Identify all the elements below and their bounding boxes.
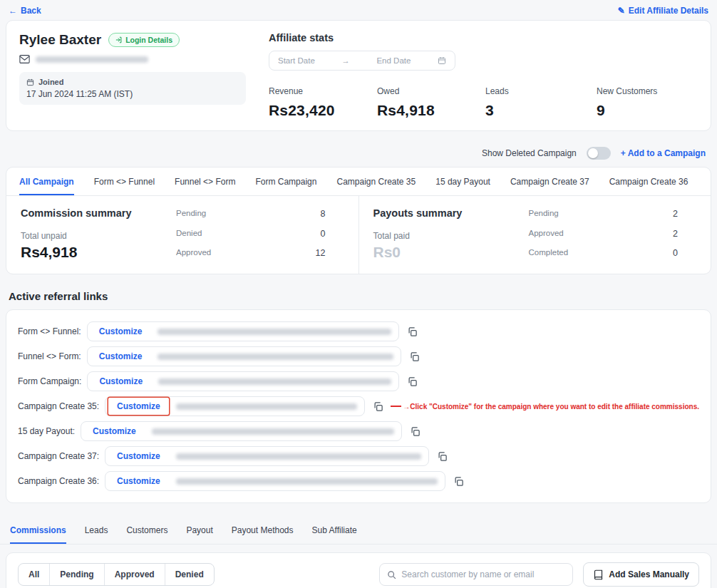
referral-url-redacted [176, 453, 421, 460]
campaign-actions-bar: Show Deleted Campaign + Add to a Campaig… [11, 147, 706, 160]
tab-customers[interactable]: Customers [126, 516, 167, 544]
filter-all-button[interactable]: All [19, 564, 49, 585]
tab-funnel-form[interactable]: Funnel <> Form [175, 167, 235, 195]
filter-denied-button[interactable]: Denied [165, 564, 214, 585]
commission-summary-title: Commission summary [21, 207, 170, 219]
copy-link-button[interactable] [406, 325, 419, 339]
customize-button[interactable]: Customize [91, 373, 151, 390]
tab-15-day-payout[interactable]: 15 day Payout [435, 167, 490, 195]
referral-link-row-highlighted: Campaign Create 35: Customize →Click "Cu… [18, 396, 699, 417]
back-label: Back [21, 6, 41, 16]
copy-link-button[interactable] [406, 375, 419, 388]
copy-icon [409, 351, 420, 362]
link-label: 15 day Payout: [18, 426, 75, 436]
customize-annotation: →Click "Customize" for the campaign wher… [403, 403, 699, 411]
referral-url-redacted [158, 329, 391, 335]
table-toolbar: All Pending Approved Denied Add Sales Ma… [6, 562, 711, 587]
copy-link-button[interactable] [408, 350, 421, 363]
referral-link-box: Customize [87, 371, 399, 391]
customize-button-highlighted[interactable]: Customize [108, 398, 169, 415]
referral-link-box: Customize [87, 321, 399, 341]
customize-button[interactable]: Customize [84, 423, 145, 440]
total-unpaid-label: Total unpaid [21, 231, 170, 241]
payout-completed-row: Completed 0 [529, 248, 679, 258]
back-link[interactable]: ← Back [9, 6, 41, 16]
tab-leads[interactable]: Leads [85, 516, 108, 544]
start-date-field[interactable]: Start Date [278, 56, 315, 65]
copy-link-button[interactable] [371, 400, 385, 413]
customize-button[interactable]: Customize [108, 448, 169, 465]
toggle-knob [588, 148, 598, 158]
copy-link-button[interactable] [435, 450, 449, 463]
link-label: Campaign Create 37: [18, 451, 99, 461]
edit-affiliate-details-link[interactable]: ✎ Edit Affiliate Details [618, 6, 708, 16]
link-label: Form Campaign: [18, 376, 81, 386]
referral-link-box: Customize [105, 396, 365, 416]
affiliate-email-redacted [36, 56, 148, 63]
customize-button[interactable]: Customize [108, 473, 169, 490]
referral-link-box: Customize [81, 421, 402, 441]
copy-icon [437, 451, 448, 462]
affiliate-name: Rylee Baxter [19, 32, 101, 48]
tab-commissions[interactable]: Commissions [10, 516, 66, 544]
joined-date: 17 Jun 2024 11:25 AM (IST) [26, 89, 239, 99]
filter-pending-button[interactable]: Pending [49, 564, 103, 585]
tab-payout-methods[interactable]: Payout Methods [232, 516, 294, 544]
referral-url-redacted [176, 478, 438, 485]
referral-link-row: Campaign Create 36: Customize [18, 470, 699, 492]
tab-campaign-create-35[interactable]: Campaign Create 35 [336, 167, 416, 195]
joined-info-box: Joined 17 Jun 2024 11:25 AM (IST) [19, 72, 246, 105]
link-label: Campaign Create 35: [18, 401, 99, 411]
joined-label: Joined [38, 78, 63, 86]
customize-button[interactable]: Customize [91, 323, 151, 340]
pencil-icon: ✎ [618, 6, 625, 16]
tab-sub-affiliate[interactable]: Sub Affiliate [311, 516, 356, 544]
affiliate-profile-card: Rylee Baxter Login Details Joined 17 Jun… [6, 20, 711, 131]
profile-section: Rylee Baxter Login Details Joined 17 Jun… [6, 21, 254, 130]
referral-links-card: Form <> Funnel: Customize Funnel <> Form… [6, 309, 711, 503]
search-input[interactable] [401, 569, 565, 579]
arrow-left-icon: ← [9, 6, 17, 16]
login-details-button[interactable]: Login Details [108, 33, 180, 47]
end-date-field[interactable]: End Date [376, 56, 411, 65]
affiliate-stats-section: Affiliate stats Start Date → End Date Re… [254, 21, 711, 130]
referral-link-row: 15 day Payout: Customize [18, 421, 699, 442]
commissions-table-card: All Pending Approved Denied Add Sales Ma… [6, 552, 711, 588]
annotation-connector-line [391, 406, 401, 407]
total-paid-value: Rs0 [373, 244, 523, 261]
arrow-right-icon: → [341, 56, 350, 65]
add-to-campaign-button[interactable]: + Add to a Campaign [621, 148, 706, 158]
payout-pending-row: Pending 2 [529, 209, 679, 219]
active-referral-links-title: Active referral links [9, 290, 717, 302]
show-deleted-campaign-toggle[interactable] [587, 147, 611, 160]
copy-icon [410, 426, 421, 437]
campaign-tabs: All Campaign Form <> Funnel Funnel <> Fo… [6, 167, 711, 196]
tab-all-campaign[interactable]: All Campaign [19, 167, 74, 195]
status-filter-group: All Pending Approved Denied [18, 563, 215, 586]
tab-campaign-create-37[interactable]: Campaign Create 37 [510, 167, 589, 195]
total-unpaid-value: Rs4,918 [21, 244, 170, 261]
referral-link-row: Form <> Funnel: Customize [18, 321, 699, 342]
date-range-picker[interactable]: Start Date → End Date [269, 51, 455, 71]
copy-icon [373, 401, 383, 412]
show-deleted-campaign-label: Show Deleted Campaign [482, 148, 577, 158]
calendar-icon [438, 56, 446, 65]
referral-link-row: Funnel <> Form: Customize [18, 346, 699, 367]
tab-form-campaign[interactable]: Form Campaign [255, 167, 316, 195]
filter-approved-button[interactable]: Approved [104, 564, 165, 585]
ledger-icon [593, 569, 604, 580]
tab-form-funnel[interactable]: Form <> Funnel [94, 167, 155, 195]
tab-payout[interactable]: Payout [186, 516, 212, 544]
copy-link-button[interactable] [408, 425, 422, 438]
stat-owed: Owed Rs4,918 [377, 86, 485, 119]
tab-campaign-create-36[interactable]: Campaign Create 36 [609, 167, 688, 195]
referral-url-redacted [152, 428, 394, 435]
add-sales-manually-button[interactable]: Add Sales Manually [583, 562, 699, 587]
campaign-summary-card: All Campaign Form <> Funnel Funnel <> Fo… [6, 167, 711, 274]
customer-search-box [379, 563, 573, 586]
add-sales-label: Add Sales Manually [609, 569, 689, 579]
referral-link-box: Customize [105, 471, 445, 491]
search-icon [387, 570, 396, 579]
copy-link-button[interactable] [452, 475, 465, 488]
customize-button[interactable]: Customize [91, 348, 151, 365]
